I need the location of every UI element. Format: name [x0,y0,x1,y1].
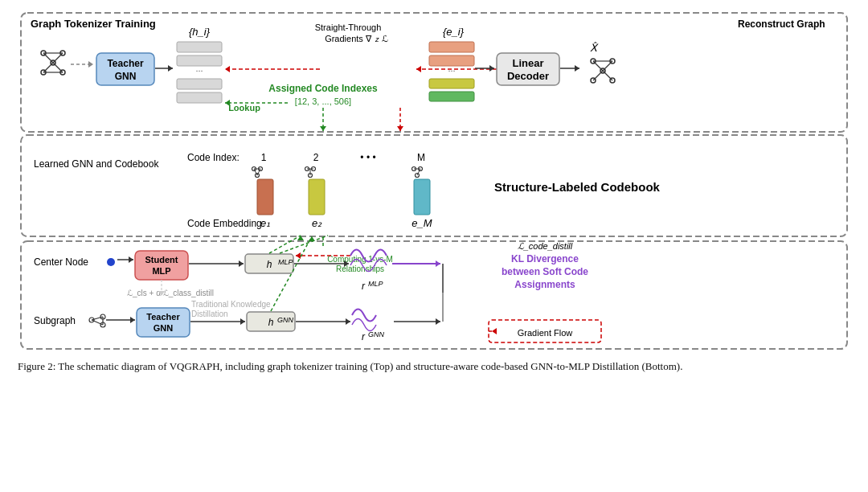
center-node-label: Center Node [34,256,88,268]
diagram-area: Graph Tokenizer Training Reconstruct Gra… [14,6,854,355]
traditional-kd-label-2: Distillation [191,310,228,318]
code-bar-M [414,179,430,215]
ei-to-decoder-arrow [475,65,494,72]
caption-text-bind: Figure 2: The schematic diagram of VQGRA… [18,360,682,372]
code-embed-M-label: e_M [411,217,432,229]
svg-marker-74 [239,260,244,267]
reconstruct-label: Reconstruct Graph [738,18,825,30]
learned-gnn-label-1: Learned GNN and Codebook [34,158,159,170]
svg-marker-85 [492,328,497,334]
code-embed-2-label: e₂ [312,217,322,229]
svg-marker-97 [346,318,350,325]
traditional-kd-label-1: Traditional Knowledge [191,300,271,309]
code-embed-1-label: e₁ [260,217,270,229]
r-gnn-to-kl-arrow [394,318,440,325]
diagram-svg: Graph Tokenizer Training Reconstruct Gra… [14,6,854,352]
svg-marker-83 [436,260,440,267]
center-to-mlp-arrow [117,256,133,263]
svg-line-41 [593,71,603,80]
code-values-label: [12, 3, ..., 506] [295,96,351,106]
r-mlp-to-kl-arrow [392,260,440,267]
r-gnn-sup: GNN [368,330,385,338]
assigned-to-codebook-arrow [320,108,326,131]
kl-div-label-1: KL Divergence [511,253,579,264]
figure-caption: Figure 2: The schematic diagram of VQGRA… [14,359,854,375]
main-container: Graph Tokenizer Training Reconstruct Gra… [0,0,868,380]
svg-text:...: ... [448,64,455,73]
r-gnn-wave [352,310,376,331]
svg-rect-28 [429,79,474,88]
svg-marker-15 [168,65,173,72]
code-index-dots-label: • • • [360,152,375,163]
svg-marker-24 [416,66,421,72]
code-M-graph-icon [412,167,423,178]
code-bar-2 [309,179,325,215]
svg-rect-29 [429,92,474,101]
code-embed-row-label: Code Embedding: [187,218,264,229]
svg-marker-99 [436,318,440,325]
svg-rect-50 [21,135,847,236]
svg-line-42 [603,71,612,80]
code-index-2-label: 2 [313,152,319,163]
svg-marker-95 [240,318,245,325]
svg-rect-25 [429,42,474,52]
hi-label: {h_i} [189,26,211,38]
loss-code-distill-label: ℒ_code_distill [518,241,573,251]
center-node-dot [107,258,115,266]
svg-line-7 [53,53,63,63]
code-bar-1 [257,179,273,215]
student-label: Student [145,255,178,264]
h-gnn-to-r-gnn-arrow [296,318,350,325]
decoder-to-graph-arrow [560,65,579,72]
gnn-to-bars-arrow [155,65,173,72]
svg-marker-31 [489,65,494,72]
straight-through-label-line1: Straight-Through [315,23,382,32]
svg-rect-20 [177,92,222,103]
ei-to-codebook-arrow [397,108,403,131]
svg-marker-13 [88,61,93,68]
structure-labeled-title: Structure-Labeled Codebook [494,180,661,194]
kl-div-label-3: Assignments [514,279,575,290]
code-index-row-label: Code Index: [187,152,240,163]
input-arrow-dashed [71,61,93,68]
svg-line-9 [53,63,63,72]
lookup-label: Lookup [228,103,260,113]
teacher-gnn-label-line1: Teacher [107,58,143,69]
svg-rect-19 [177,79,222,89]
svg-marker-81 [296,252,301,259]
mlp-label: MLP [152,266,170,276]
x-hat-label: X̂ [590,42,599,54]
straight-through-arrow-left [225,66,320,72]
h-gnn-label: h [268,317,274,328]
linear-decoder-label-1: Linear [512,57,543,69]
svg-marker-47 [225,100,230,106]
straight-through-subscript: z [375,35,379,43]
r-mlp-sup: MLP [368,280,383,288]
top-section-title: Graph Tokenizer Training [31,18,156,30]
computing-label-2: Relationships [336,264,384,273]
svg-marker-22 [225,66,230,72]
r-gnn-label: r [362,331,366,342]
kl-div-label-2: between Soft Code [502,266,588,277]
subgraph-icon [89,314,105,327]
ei-label: {e_i} [443,26,465,38]
svg-marker-45 [320,126,326,131]
h-mlp-sup: MLP [278,258,293,266]
loss-cls-label: ℒ_cls + α ℒ_class_distill [127,289,214,297]
caption-text: Figure 2: The schematic diagram of VQGRA… [18,360,682,372]
svg-marker-33 [575,65,579,72]
svg-line-90 [92,320,103,325]
straight-through-label-line2: Gradients ∇ [325,34,372,43]
teacher-bottom-label-1: Teacher [146,312,180,322]
straight-through-L: ℒ [382,34,388,43]
teacher-bottom-label-2: GNN [154,323,174,333]
svg-marker-93 [130,317,135,323]
linear-decoder-label-2: Decoder [507,70,549,82]
assigned-code-label: Assigned Code Indexes [268,83,378,94]
subgraph-to-gnn-arrow [106,317,135,323]
h-gnn-sup: GNN [277,316,294,324]
svg-line-75 [269,236,301,253]
hi-bars: ... [177,42,222,103]
svg-line-40 [603,61,612,71]
svg-rect-16 [177,42,222,52]
